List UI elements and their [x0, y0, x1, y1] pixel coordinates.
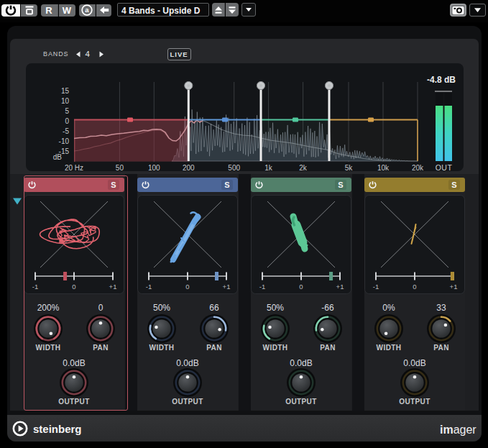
svg-text:5: 5 [65, 107, 69, 115]
svg-text:200: 200 [183, 164, 195, 172]
svg-text:15: 15 [61, 87, 70, 95]
svg-text:dB: dB [53, 153, 63, 161]
svg-text:20 Hz: 20 Hz [65, 164, 83, 172]
svg-text:1k: 1k [264, 164, 273, 172]
svg-text:10: 10 [61, 97, 70, 105]
svg-text:-10: -10 [59, 137, 70, 145]
svg-text:0: 0 [65, 117, 69, 125]
svg-text:-1: -1 [146, 283, 152, 291]
svg-text:-5: -5 [63, 127, 69, 135]
svg-text:OUT: OUT [436, 163, 453, 172]
svg-text:100: 100 [148, 164, 160, 172]
svg-text:0: 0 [413, 283, 416, 291]
svg-text:2k: 2k [299, 164, 308, 172]
svg-text:0: 0 [185, 283, 189, 291]
svg-text:-1: -1 [259, 283, 265, 291]
svg-text:+1: +1 [450, 283, 458, 291]
svg-text:500: 500 [228, 164, 240, 172]
svg-text:0: 0 [299, 283, 303, 291]
svg-text:-1: -1 [373, 283, 379, 291]
svg-text:+1: +1 [223, 283, 231, 291]
svg-text:10k: 10k [377, 164, 390, 172]
svg-text:5k: 5k [345, 164, 354, 172]
svg-text:50: 50 [116, 164, 124, 172]
svg-text:a: a [85, 6, 89, 14]
svg-text:20k: 20k [412, 164, 424, 172]
svg-text:-4.8 dB: -4.8 dB [427, 75, 456, 85]
svg-text:+1: +1 [336, 283, 344, 291]
